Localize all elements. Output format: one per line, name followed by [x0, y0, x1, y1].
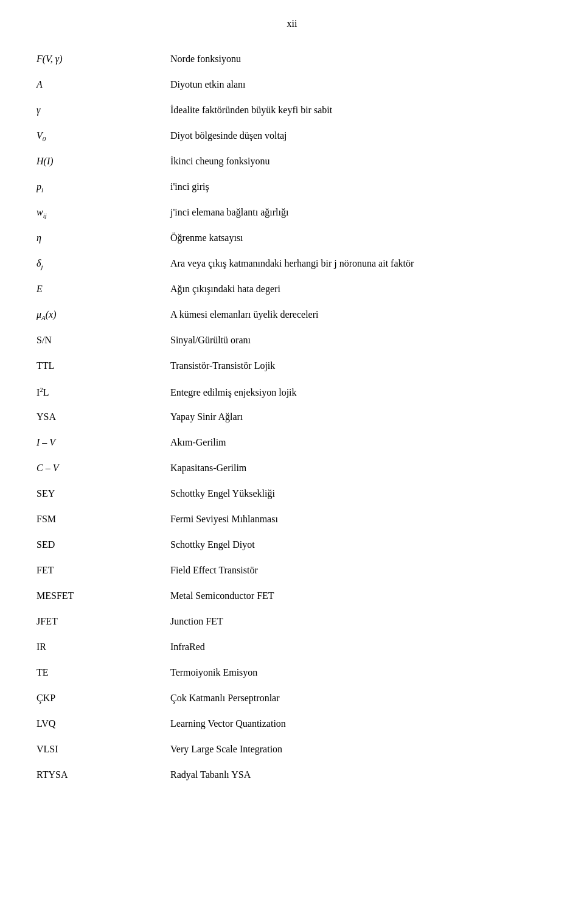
description-cell: Ara veya çıkış katmanındaki herhangi bir… [170, 258, 560, 269]
description-cell: Fermi Seviyesi Mıhlanması [170, 514, 560, 525]
page-header: xii [0, 0, 584, 54]
description-cell: Diyotun etkin alanı [170, 79, 560, 90]
list-item: I2LEntegre edilmiş enjeksiyon lojik [36, 386, 560, 405]
list-item: pii'inci giriş [36, 181, 560, 201]
symbol-cell: H(I) [36, 156, 170, 167]
symbol-cell: C – V [36, 463, 170, 474]
list-item: H(I)İkinci cheung fonksiyonu [36, 156, 560, 175]
symbol-cell: JFET [36, 616, 170, 627]
symbol-cell: SEY [36, 488, 170, 499]
symbol-cell: V0 [36, 130, 170, 142]
description-cell: Transistör-Transistör Lojik [170, 360, 560, 371]
symbol-cell: δj [36, 258, 170, 270]
list-item: IRInfraRed [36, 642, 560, 661]
description-cell: Schottky Engel Diyot [170, 539, 560, 550]
list-item: LVQLearning Vector Quantization [36, 718, 560, 738]
list-item: ηÖğrenme katsayısı [36, 233, 560, 252]
symbol-cell: SED [36, 539, 170, 550]
symbol-cell: S/N [36, 335, 170, 346]
list-item: YSAYapay Sinir Ağları [36, 411, 560, 431]
list-item: TETermoiyonik Emisyon [36, 667, 560, 687]
list-item: EAğın çıkışındaki hata degeri [36, 284, 560, 303]
symbol-cell: LVQ [36, 718, 170, 729]
description-cell: Çok Katmanlı Perseptronlar [170, 693, 560, 704]
description-cell: Junction FET [170, 616, 560, 627]
list-item: γİdealite faktöründen büyük keyfi bir sa… [36, 105, 560, 124]
description-cell: InfraRed [170, 642, 560, 653]
list-item: TTLTransistör-Transistör Lojik [36, 360, 560, 380]
symbol-cell: FSM [36, 514, 170, 525]
symbol-cell: γ [36, 105, 170, 116]
list-item: FETField Effect Transistör [36, 565, 560, 584]
symbol-cell: TTL [36, 360, 170, 371]
list-item: δjAra veya çıkış katmanındaki herhangi b… [36, 258, 560, 278]
list-item: wijj'inci elemana bağlantı ağırlığı [36, 207, 560, 226]
description-cell: i'inci giriş [170, 181, 560, 192]
symbol-cell: η [36, 233, 170, 243]
symbol-cell: E [36, 284, 170, 295]
description-cell: Diyot bölgesinde düşen voltaj [170, 130, 560, 141]
list-item: JFETJunction FET [36, 616, 560, 635]
list-item: MESFETMetal Semiconductor FET [36, 590, 560, 610]
description-cell: Norde fonksiyonu [170, 54, 560, 65]
description-cell: Very Large Scale Integration [170, 744, 560, 755]
list-item: SEDSchottky Engel Diyot [36, 539, 560, 559]
symbol-cell: VLSI [36, 744, 170, 755]
symbol-cell: YSA [36, 411, 170, 422]
description-cell: Entegre edilmiş enjeksiyon lojik [170, 387, 560, 398]
list-item: ADiyotun etkin alanı [36, 79, 560, 99]
symbol-cell: FET [36, 565, 170, 576]
symbol-cell: wij [36, 207, 170, 219]
description-cell: Yapay Sinir Ağları [170, 411, 560, 422]
description-cell: Schottky Engel Yüksekliği [170, 488, 560, 499]
description-cell: Metal Semiconductor FET [170, 590, 560, 601]
description-cell: Öğrenme katsayısı [170, 233, 560, 243]
description-cell: Learning Vector Quantization [170, 718, 560, 729]
symbol-cell: pi [36, 181, 170, 194]
list-item: FSMFermi Seviyesi Mıhlanması [36, 514, 560, 533]
symbol-cell: MESFET [36, 590, 170, 601]
description-cell: j'inci elemana bağlantı ağırlığı [170, 207, 560, 218]
description-cell: İkinci cheung fonksiyonu [170, 156, 560, 167]
description-cell: Field Effect Transistör [170, 565, 560, 576]
symbol-cell: I – V [36, 437, 170, 448]
list-item: ÇKPÇok Katmanlı Perseptronlar [36, 693, 560, 712]
page-number: xii [287, 18, 297, 29]
description-cell: Radyal Tabanlı YSA [170, 769, 560, 780]
symbol-cell: A [36, 79, 170, 90]
description-cell: Akım-Gerilim [170, 437, 560, 448]
list-item: F(V, γ)Norde fonksiyonu [36, 54, 560, 73]
list-item: S/NSinyal/Gürültü oranı [36, 335, 560, 354]
symbol-cell: RTYSA [36, 769, 170, 780]
description-cell: Sinyal/Gürültü oranı [170, 335, 560, 346]
description-cell: İdealite faktöründen büyük keyfi bir sab… [170, 105, 560, 116]
description-cell: Ağın çıkışındaki hata degeri [170, 284, 560, 295]
symbol-cell: I2L [36, 386, 170, 398]
description-cell: Termoiyonik Emisyon [170, 667, 560, 678]
list-item: I – VAkım-Gerilim [36, 437, 560, 457]
symbol-cell: μA(x) [36, 309, 170, 321]
content-area: F(V, γ)Norde fonksiyonuADiyotun etkin al… [0, 54, 584, 789]
list-item: C – VKapasitans-Gerilim [36, 463, 560, 482]
description-cell: Kapasitans-Gerilim [170, 463, 560, 474]
symbol-cell: TE [36, 667, 170, 678]
symbol-cell: F(V, γ) [36, 54, 170, 65]
symbol-cell: IR [36, 642, 170, 653]
list-item: SEYSchottky Engel Yüksekliği [36, 488, 560, 508]
symbol-cell: ÇKP [36, 693, 170, 704]
description-cell: A kümesi elemanları üyelik dereceleri [170, 309, 560, 320]
list-item: RTYSARadyal Tabanlı YSA [36, 769, 560, 789]
list-item: V0Diyot bölgesinde düşen voltaj [36, 130, 560, 150]
list-item: μA(x)A kümesi elemanları üyelik derecele… [36, 309, 560, 329]
list-item: VLSIVery Large Scale Integration [36, 744, 560, 763]
